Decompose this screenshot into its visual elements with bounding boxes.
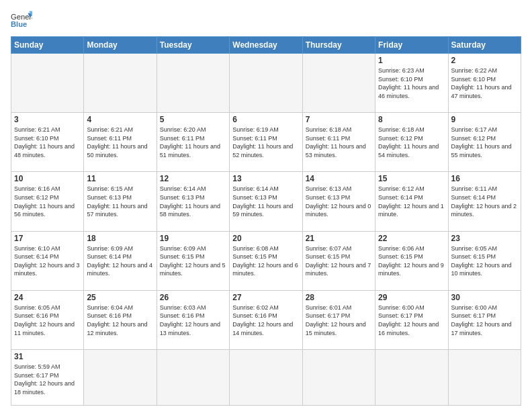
- day-number: 5: [160, 115, 226, 124]
- calendar-cell: 28Sunrise: 6:01 AMSunset: 6:17 PMDayligh…: [302, 290, 375, 349]
- day-info: Sunrise: 6:19 AMSunset: 6:11 PMDaylight:…: [232, 126, 299, 159]
- day-info: Sunrise: 6:10 AMSunset: 6:14 PMDaylight:…: [14, 244, 81, 278]
- calendar-cell: 29Sunrise: 6:00 AMSunset: 6:17 PMDayligh…: [375, 290, 448, 349]
- weekday-header: Friday: [375, 37, 448, 54]
- day-number: 22: [378, 234, 445, 243]
- calendar-cell: 5Sunrise: 6:20 AMSunset: 6:11 PMDaylight…: [157, 113, 229, 172]
- calendar-cell: 27Sunrise: 6:02 AMSunset: 6:16 PMDayligh…: [230, 290, 302, 349]
- calendar-cell: 11Sunrise: 6:15 AMSunset: 6:13 PMDayligh…: [84, 172, 157, 231]
- calendar-cell: [11, 54, 84, 113]
- day-info: Sunrise: 6:04 AMSunset: 6:16 PMDaylight:…: [87, 304, 153, 337]
- day-info: Sunrise: 6:05 AMSunset: 6:16 PMDaylight:…: [14, 304, 81, 337]
- calendar-cell: [84, 350, 157, 406]
- calendar-cell: [230, 350, 302, 406]
- day-number: 8: [378, 115, 445, 124]
- day-number: 19: [160, 234, 226, 243]
- day-number: 23: [451, 234, 518, 243]
- calendar-cell: 20Sunrise: 6:08 AMSunset: 6:15 PMDayligh…: [230, 231, 302, 290]
- day-number: 21: [306, 234, 372, 243]
- calendar-cell: 23Sunrise: 6:05 AMSunset: 6:15 PMDayligh…: [448, 231, 521, 290]
- day-number: 15: [378, 174, 445, 183]
- calendar-cell: 21Sunrise: 6:07 AMSunset: 6:15 PMDayligh…: [302, 231, 375, 290]
- day-info: Sunrise: 6:21 AMSunset: 6:10 PMDaylight:…: [14, 126, 81, 159]
- day-number: 27: [232, 293, 299, 302]
- calendar-cell: [375, 350, 448, 406]
- day-info: Sunrise: 6:21 AMSunset: 6:11 PMDaylight:…: [87, 126, 153, 159]
- calendar-cell: [157, 350, 229, 406]
- day-number: 29: [378, 293, 445, 302]
- day-number: 1: [378, 56, 445, 65]
- day-number: 16: [451, 174, 518, 183]
- day-info: Sunrise: 6:17 AMSunset: 6:12 PMDaylight:…: [451, 126, 518, 159]
- calendar-cell: 22Sunrise: 6:06 AMSunset: 6:15 PMDayligh…: [375, 231, 448, 290]
- calendar-cell: 12Sunrise: 6:14 AMSunset: 6:13 PMDayligh…: [157, 172, 229, 231]
- calendar-cell: 10Sunrise: 6:16 AMSunset: 6:12 PMDayligh…: [11, 172, 84, 231]
- day-info: Sunrise: 6:22 AMSunset: 6:10 PMDaylight:…: [451, 66, 518, 100]
- day-info: Sunrise: 6:02 AMSunset: 6:16 PMDaylight:…: [232, 304, 299, 337]
- day-number: 12: [160, 174, 226, 183]
- weekday-header: Monday: [84, 37, 157, 54]
- calendar-cell: [84, 54, 157, 113]
- day-number: 2: [451, 56, 518, 65]
- weekday-header: Tuesday: [157, 37, 229, 54]
- day-info: Sunrise: 6:03 AMSunset: 6:16 PMDaylight:…: [160, 304, 226, 337]
- day-number: 9: [451, 115, 518, 124]
- weekday-header: Sunday: [11, 37, 84, 54]
- day-info: Sunrise: 6:11 AMSunset: 6:14 PMDaylight:…: [451, 185, 518, 218]
- calendar-page: General Blue SundayMondayTuesdayWednesda…: [0, 0, 532, 411]
- day-info: Sunrise: 6:01 AMSunset: 6:17 PMDaylight:…: [306, 304, 372, 337]
- calendar-cell: 26Sunrise: 6:03 AMSunset: 6:16 PMDayligh…: [157, 290, 229, 349]
- day-number: 14: [306, 174, 372, 183]
- day-info: Sunrise: 6:15 AMSunset: 6:13 PMDaylight:…: [87, 185, 153, 218]
- calendar-cell: 14Sunrise: 6:13 AMSunset: 6:13 PMDayligh…: [302, 172, 375, 231]
- day-info: Sunrise: 6:18 AMSunset: 6:12 PMDaylight:…: [378, 126, 445, 159]
- calendar-cell: 7Sunrise: 6:18 AMSunset: 6:11 PMDaylight…: [302, 113, 375, 172]
- day-number: 25: [87, 293, 153, 302]
- day-number: 18: [87, 234, 153, 243]
- calendar-cell: 3Sunrise: 6:21 AMSunset: 6:10 PMDaylight…: [11, 113, 84, 172]
- day-number: 20: [232, 234, 299, 243]
- day-number: 30: [451, 293, 518, 302]
- day-info: Sunrise: 6:16 AMSunset: 6:12 PMDaylight:…: [14, 185, 81, 218]
- day-number: 31: [14, 352, 81, 361]
- day-number: 28: [306, 293, 372, 302]
- calendar-cell: [448, 350, 521, 406]
- generalblue-logo-icon: General Blue: [11, 11, 32, 30]
- calendar-cell: 18Sunrise: 6:09 AMSunset: 6:14 PMDayligh…: [84, 231, 157, 290]
- calendar-cell: [157, 54, 229, 113]
- calendar-cell: [302, 54, 375, 113]
- logo: General Blue: [11, 11, 32, 30]
- day-info: Sunrise: 6:00 AMSunset: 6:17 PMDaylight:…: [378, 304, 445, 337]
- day-info: Sunrise: 6:14 AMSunset: 6:13 PMDaylight:…: [232, 185, 299, 218]
- calendar-cell: 1Sunrise: 6:23 AMSunset: 6:10 PMDaylight…: [375, 54, 448, 113]
- calendar-table: SundayMondayTuesdayWednesdayThursdayFrid…: [11, 36, 521, 406]
- day-number: 17: [14, 234, 81, 243]
- day-number: 26: [160, 293, 226, 302]
- weekday-header: Thursday: [302, 37, 375, 54]
- calendar-cell: [230, 54, 302, 113]
- day-info: Sunrise: 6:14 AMSunset: 6:13 PMDaylight:…: [160, 185, 226, 218]
- day-info: Sunrise: 6:05 AMSunset: 6:15 PMDaylight:…: [451, 244, 518, 278]
- calendar-cell: 9Sunrise: 6:17 AMSunset: 6:12 PMDaylight…: [448, 113, 521, 172]
- day-info: Sunrise: 6:12 AMSunset: 6:14 PMDaylight:…: [378, 185, 445, 218]
- calendar-cell: 4Sunrise: 6:21 AMSunset: 6:11 PMDaylight…: [84, 113, 157, 172]
- day-number: 11: [87, 174, 153, 183]
- calendar-cell: 6Sunrise: 6:19 AMSunset: 6:11 PMDaylight…: [230, 113, 302, 172]
- calendar-cell: 2Sunrise: 6:22 AMSunset: 6:10 PMDaylight…: [448, 54, 521, 113]
- calendar-cell: 8Sunrise: 6:18 AMSunset: 6:12 PMDaylight…: [375, 113, 448, 172]
- weekday-header: Wednesday: [230, 37, 302, 54]
- day-number: 6: [232, 115, 299, 124]
- day-info: Sunrise: 6:07 AMSunset: 6:15 PMDaylight:…: [306, 244, 372, 278]
- day-number: 3: [14, 115, 81, 124]
- header: General Blue: [11, 11, 521, 30]
- calendar-cell: 19Sunrise: 6:09 AMSunset: 6:15 PMDayligh…: [157, 231, 229, 290]
- calendar-cell: 16Sunrise: 6:11 AMSunset: 6:14 PMDayligh…: [448, 172, 521, 231]
- day-info: Sunrise: 6:09 AMSunset: 6:15 PMDaylight:…: [160, 244, 226, 278]
- calendar-cell: 17Sunrise: 6:10 AMSunset: 6:14 PMDayligh…: [11, 231, 84, 290]
- svg-text:Blue: Blue: [11, 20, 27, 28]
- day-info: Sunrise: 6:09 AMSunset: 6:14 PMDaylight:…: [87, 244, 153, 278]
- calendar-cell: 31Sunrise: 5:59 AMSunset: 6:17 PMDayligh…: [11, 350, 84, 406]
- day-number: 4: [87, 115, 153, 124]
- calendar-cell: 25Sunrise: 6:04 AMSunset: 6:16 PMDayligh…: [84, 290, 157, 349]
- day-info: Sunrise: 6:23 AMSunset: 6:10 PMDaylight:…: [378, 66, 445, 100]
